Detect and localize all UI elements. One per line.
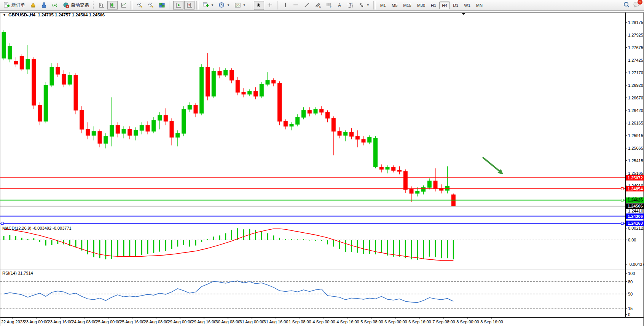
signals-button[interactable] bbox=[50, 1, 60, 10]
tile-windows-button[interactable] bbox=[157, 1, 167, 10]
text-label-button[interactable]: T bbox=[345, 1, 355, 10]
new-order-label: 新订单 bbox=[11, 2, 25, 8]
rsi-axis-label: 100 bbox=[628, 271, 635, 276]
arrows-dropdown-arrow[interactable]: ▼ bbox=[367, 3, 370, 7]
price-tag-label: 1.24306 bbox=[628, 214, 643, 219]
timeframe-button-h4[interactable]: H4 bbox=[439, 2, 450, 9]
timeframe-button-m30[interactable]: M30 bbox=[414, 2, 428, 9]
toolbar-separator bbox=[373, 1, 376, 10]
hline-handle[interactable] bbox=[621, 222, 623, 224]
text-button[interactable]: A bbox=[335, 1, 344, 10]
candlestick-chart-button[interactable] bbox=[107, 1, 118, 10]
one-click-trading-toggle[interactable]: ▼ bbox=[3, 13, 6, 17]
price-tag-label: 1.25072 bbox=[628, 176, 643, 180]
price-tick-label: 1.26420 bbox=[628, 108, 643, 113]
strategy-tester-icon bbox=[41, 2, 47, 8]
autotrading-label: 自动交易 bbox=[71, 2, 89, 8]
equidistant-channel-icon: E bbox=[315, 2, 321, 8]
auto-scroll-button[interactable] bbox=[173, 1, 183, 10]
autotrading-button[interactable]: 自动交易 bbox=[61, 1, 91, 10]
candle bbox=[86, 129, 90, 136]
candle bbox=[332, 118, 335, 131]
indicators-dropdown-arrow[interactable]: ▼ bbox=[211, 3, 214, 7]
time-axis-label: 7 Sep 08:00 bbox=[432, 320, 455, 324]
fibonacci-button[interactable]: F bbox=[324, 1, 334, 10]
timeframe-button-m1[interactable]: M1 bbox=[378, 2, 389, 9]
macd-indicator-title: MACD(12,26,9) -0.003492 -0.003771 bbox=[2, 226, 72, 230]
chart-canvas[interactable]: 1.281751.279251.276751.274251.271701.269… bbox=[0, 11, 644, 326]
price-tag-label: 1.24163 bbox=[628, 221, 643, 225]
zoom-in-icon bbox=[137, 2, 143, 8]
rsi-line bbox=[4, 281, 453, 302]
candle bbox=[374, 138, 378, 167]
hline-handle[interactable] bbox=[621, 188, 623, 190]
time-axis-label: 4 Sep 00:00 bbox=[312, 320, 335, 324]
candle bbox=[152, 120, 156, 131]
vertical-line-button[interactable] bbox=[281, 1, 290, 10]
metaeditor-button[interactable] bbox=[28, 1, 38, 10]
periods-button[interactable]: ▼ bbox=[217, 1, 232, 10]
price-tick-label: 1.27425 bbox=[628, 58, 643, 62]
candle bbox=[272, 80, 276, 83]
trendline-icon bbox=[304, 2, 310, 8]
hline-handle[interactable] bbox=[621, 199, 623, 201]
zoom-in-button[interactable] bbox=[135, 1, 145, 10]
horizontal-line-button[interactable] bbox=[291, 1, 301, 10]
candle bbox=[8, 46, 12, 59]
equidistant-channel-button[interactable]: E bbox=[313, 1, 323, 10]
shift-end-marker-icon[interactable] bbox=[462, 13, 465, 15]
trendline-button[interactable] bbox=[302, 1, 312, 10]
line-chart-button[interactable] bbox=[118, 1, 129, 10]
candle bbox=[134, 130, 138, 135]
time-axis-label: 28 Aug 08:00 bbox=[144, 320, 169, 324]
indicators-icon bbox=[202, 2, 209, 8]
templates-dropdown-arrow[interactable]: ▼ bbox=[243, 3, 246, 7]
candle bbox=[218, 71, 222, 75]
candle bbox=[104, 136, 108, 143]
hline-handle[interactable] bbox=[1, 222, 3, 224]
indicators-button[interactable]: ▼ bbox=[201, 1, 216, 10]
candle bbox=[230, 70, 234, 80]
price-tick-label: 1.24410 bbox=[628, 209, 643, 213]
arrows-button[interactable]: ▼ bbox=[356, 1, 371, 10]
time-axis-label: 25 Aug 00:00 bbox=[96, 320, 121, 324]
timeframe-bar: M1M5M15M30H1H4D1W1MN bbox=[378, 2, 485, 9]
bar-chart-button[interactable] bbox=[96, 1, 107, 10]
toolbar-separator bbox=[131, 1, 133, 10]
timeframe-button-d1[interactable]: D1 bbox=[450, 2, 461, 9]
price-tag-label: 1.24854 bbox=[628, 187, 643, 191]
notifications-button[interactable]: 1 bbox=[633, 1, 640, 10]
chart-shift-button[interactable] bbox=[184, 1, 194, 10]
timeframe-button-w1[interactable]: W1 bbox=[461, 2, 473, 9]
new-order-icon bbox=[3, 2, 10, 8]
toolbar-separator bbox=[196, 1, 199, 10]
candle bbox=[392, 168, 395, 171]
toolbar-grip bbox=[93, 2, 94, 9]
timeframe-button-m15[interactable]: M15 bbox=[400, 2, 414, 9]
annotation-arrow[interactable] bbox=[483, 157, 499, 171]
candle bbox=[176, 133, 180, 137]
signals-icon bbox=[52, 2, 58, 8]
price-tick-label: 1.27170 bbox=[628, 70, 643, 75]
candle bbox=[403, 171, 407, 189]
toolbar-separator bbox=[250, 1, 252, 10]
candle bbox=[350, 133, 354, 137]
strategy-tester-button[interactable] bbox=[39, 1, 49, 10]
timeframe-button-h1[interactable]: H1 bbox=[428, 2, 439, 9]
candle bbox=[355, 136, 359, 139]
price-tick-label: 1.25665 bbox=[628, 146, 643, 150]
crosshair-button[interactable] bbox=[265, 1, 275, 10]
search-icon[interactable] bbox=[623, 1, 630, 10]
new-order-button[interactable]: 新订单 bbox=[2, 1, 27, 10]
price-tag-label: 1.24506 bbox=[628, 204, 643, 208]
cursor-button[interactable] bbox=[254, 1, 264, 10]
candle bbox=[320, 109, 324, 112]
templates-button[interactable]: ▼ bbox=[233, 1, 248, 10]
zoom-out-button[interactable] bbox=[146, 1, 156, 10]
timeframe-button-m5[interactable]: M5 bbox=[389, 2, 400, 9]
candle bbox=[242, 92, 245, 94]
periods-dropdown-arrow[interactable]: ▼ bbox=[227, 3, 230, 7]
candle bbox=[140, 125, 143, 130]
candle bbox=[302, 110, 306, 117]
timeframe-button-mn[interactable]: MN bbox=[473, 2, 485, 9]
